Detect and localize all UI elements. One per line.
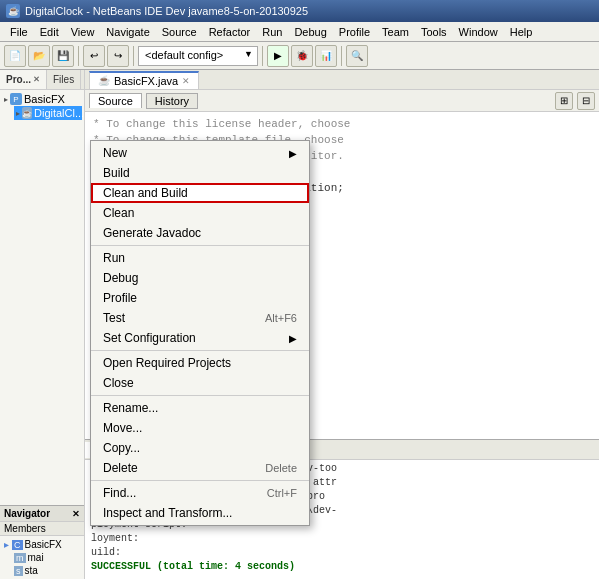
menu-navigate[interactable]: Navigate <box>100 24 155 40</box>
menu-profile[interactable]: Profile <box>333 24 376 40</box>
menu-file[interactable]: File <box>4 24 34 40</box>
expand-icon: ▸ <box>4 539 9 550</box>
ctx-new[interactable]: New ▶ <box>91 143 309 163</box>
method-icon-2: s <box>14 566 23 576</box>
output-line-6: loyment: <box>91 532 593 546</box>
code-line-1: * To change this license header, choose <box>93 116 591 132</box>
method-icon: m <box>14 553 26 563</box>
menu-help[interactable]: Help <box>504 24 539 40</box>
panel-tabs: Pro... ✕ Files Services ▸ <box>0 70 84 90</box>
redo-btn[interactable]: ↪ <box>107 45 129 67</box>
ctx-sep-2 <box>91 350 309 351</box>
app-icon: ☕ <box>6 4 20 18</box>
project-tree: ▸ P BasicFX ▸ ☕ DigitalCl... <box>0 90 84 505</box>
navigator-menu-icon[interactable]: ✕ <box>72 509 80 519</box>
nav-item-main[interactable]: m mai <box>12 551 82 564</box>
menu-window[interactable]: Window <box>453 24 504 40</box>
sep3 <box>262 46 263 66</box>
ctx-clean[interactable]: Clean <box>91 203 309 223</box>
tree-expand-icon-2: ▸ <box>16 109 20 118</box>
config-dropdown[interactable]: <default config> ▼ <box>138 46 258 66</box>
tree-item-basicfx[interactable]: ▸ P BasicFX <box>2 92 82 106</box>
toolbar: 📄 📂 💾 ↩ ↪ <default config> ▼ ▶ 🐞 📊 🔍 <box>0 42 599 70</box>
ctx-inspect-transform[interactable]: Inspect and Transform... <box>91 503 309 523</box>
ctx-sep-3 <box>91 395 309 396</box>
menu-refactor[interactable]: Refactor <box>203 24 257 40</box>
ctx-build[interactable]: Build <box>91 163 309 183</box>
navigator-content: ▸ C BasicFX m mai s sta <box>0 536 84 579</box>
ctx-close[interactable]: Close <box>91 373 309 393</box>
nav-item-start[interactable]: s sta <box>12 564 82 577</box>
history-button[interactable]: History <box>146 93 198 109</box>
ctx-run[interactable]: Run <box>91 248 309 268</box>
profile-btn[interactable]: 📊 <box>315 45 337 67</box>
menu-bar: File Edit View Navigate Source Refactor … <box>0 22 599 42</box>
left-panel: Pro... ✕ Files Services ▸ ▸ P BasicFX ▸ … <box>0 70 85 579</box>
output-line-success: SUCCESSFUL (total time: 4 seconds) <box>91 560 593 574</box>
members-header: Members <box>0 522 84 536</box>
close-tab-icon[interactable]: ✕ <box>33 75 40 84</box>
menu-debug[interactable]: Debug <box>288 24 332 40</box>
ctx-set-configuration[interactable]: Set Configuration ▶ <box>91 328 309 348</box>
tab-projects[interactable]: Pro... ✕ <box>0 70 47 89</box>
ctx-sep-1 <box>91 245 309 246</box>
class-icon: C <box>12 540 23 550</box>
context-menu: New ▶ Build Clean and Build Clean Genera… <box>90 140 310 526</box>
editor-tabs: ☕ BasicFX.java ✕ <box>85 70 599 90</box>
source-button[interactable]: Source <box>89 93 142 108</box>
project-icon: P <box>10 93 22 105</box>
ctx-sep-4 <box>91 480 309 481</box>
submenu-arrow-icon: ▶ <box>289 148 297 159</box>
tab-close-icon[interactable]: ✕ <box>182 76 190 86</box>
source-toolbar: Source History ⊞ ⊟ <box>85 90 599 112</box>
file-icon: ☕ <box>22 107 32 119</box>
menu-edit[interactable]: Edit <box>34 24 65 40</box>
title-text: DigitalClock - NetBeans IDE Dev javame8-… <box>25 5 308 17</box>
title-bar: ☕ DigitalClock - NetBeans IDE Dev javame… <box>0 0 599 22</box>
debug-btn[interactable]: 🐞 <box>291 45 313 67</box>
new-project-btn[interactable]: 📄 <box>4 45 26 67</box>
ctx-copy[interactable]: Copy... <box>91 438 309 458</box>
run-btn[interactable]: ▶ <box>267 45 289 67</box>
ctx-test[interactable]: Test Alt+F6 <box>91 308 309 328</box>
ctx-clean-and-build[interactable]: Clean and Build <box>91 183 309 203</box>
search-btn[interactable]: 🔍 <box>346 45 368 67</box>
menu-source[interactable]: Source <box>156 24 203 40</box>
tree-item-digitalclock[interactable]: ▸ ☕ DigitalCl... <box>14 106 82 120</box>
sep2 <box>133 46 134 66</box>
editor-tab-basicfx[interactable]: ☕ BasicFX.java ✕ <box>89 71 199 89</box>
navigator-header: Navigator ✕ <box>0 506 84 522</box>
ctx-find[interactable]: Find... Ctrl+F <box>91 483 309 503</box>
menu-run[interactable]: Run <box>256 24 288 40</box>
sep1 <box>78 46 79 66</box>
ctx-generate-javadoc[interactable]: Generate Javadoc <box>91 223 309 243</box>
sep4 <box>341 46 342 66</box>
ctx-debug[interactable]: Debug <box>91 268 309 288</box>
menu-tools[interactable]: Tools <box>415 24 453 40</box>
ctx-move[interactable]: Move... <box>91 418 309 438</box>
tree-label-digitalclock: DigitalCl... <box>34 107 84 119</box>
submenu-arrow-icon-2: ▶ <box>289 333 297 344</box>
unfold-btn[interactable]: ⊟ <box>577 92 595 110</box>
dropdown-arrow-icon: ▼ <box>244 49 253 59</box>
ctx-open-required-projects[interactable]: Open Required Projects <box>91 353 309 373</box>
fold-btn[interactable]: ⊞ <box>555 92 573 110</box>
ctx-profile[interactable]: Profile <box>91 288 309 308</box>
save-btn[interactable]: 💾 <box>52 45 74 67</box>
ctx-rename[interactable]: Rename... <box>91 398 309 418</box>
undo-btn[interactable]: ↩ <box>83 45 105 67</box>
nav-item-basicfx[interactable]: ▸ C BasicFX <box>2 538 82 551</box>
output-line-8: uild: <box>91 546 593 560</box>
tree-expand-icon: ▸ <box>4 95 8 104</box>
ctx-delete[interactable]: Delete Delete <box>91 458 309 478</box>
open-project-btn[interactable]: 📂 <box>28 45 50 67</box>
tab-files[interactable]: Files <box>47 70 81 89</box>
tree-label-basicfx: BasicFX <box>24 93 65 105</box>
java-file-icon: ☕ <box>98 75 110 86</box>
menu-view[interactable]: View <box>65 24 101 40</box>
menu-team[interactable]: Team <box>376 24 415 40</box>
